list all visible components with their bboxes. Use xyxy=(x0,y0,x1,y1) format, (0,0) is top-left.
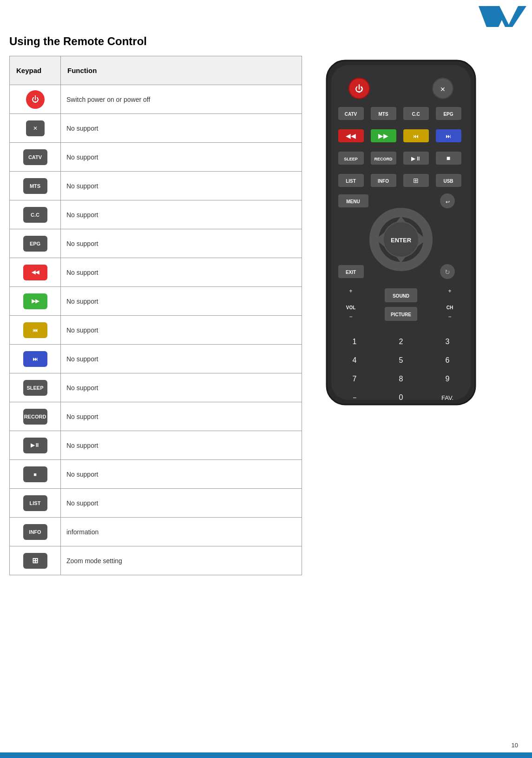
table-row: CATV No support xyxy=(10,143,302,172)
function-cell-catv: No support xyxy=(61,143,302,172)
svg-text:+: + xyxy=(349,288,352,294)
svg-text:▶▶: ▶▶ xyxy=(378,132,388,140)
svg-text:↻: ↻ xyxy=(445,268,450,276)
function-cell-power: Switch power on or power off xyxy=(61,85,302,114)
table-row: ◀◀ No support xyxy=(10,258,302,287)
function-cell-list: No support xyxy=(61,489,302,518)
svg-text:9: 9 xyxy=(445,375,449,383)
table-row: C.C No support xyxy=(10,200,302,229)
svg-text:4: 4 xyxy=(352,356,356,364)
function-cell-ff: No support xyxy=(61,287,302,316)
svg-text:PICTURE: PICTURE xyxy=(391,312,411,317)
table-row: LIST No support xyxy=(10,489,302,518)
stop-button-icon: ■ xyxy=(23,466,47,482)
svg-text:SLEEP: SLEEP xyxy=(344,157,358,161)
function-cell-prev: No support xyxy=(61,316,302,345)
svg-text:−: − xyxy=(349,313,352,320)
cc-button-icon: C.C xyxy=(23,207,47,223)
svg-text:⏻: ⏻ xyxy=(355,84,363,93)
function-cell-epg: No support xyxy=(61,229,302,258)
col-header-keypad: Keypad xyxy=(10,56,61,85)
svg-text:ENTER: ENTER xyxy=(390,237,411,244)
key-cell-mts: MTS xyxy=(10,172,61,200)
footer-bar xyxy=(0,752,532,758)
key-cell-prev: ⏮ xyxy=(10,316,61,345)
svg-text:RECORD: RECORD xyxy=(374,157,393,161)
svg-text:8: 8 xyxy=(399,375,403,383)
info-button-icon: INFO xyxy=(23,524,47,540)
function-cell-zoom: Zoom mode setting xyxy=(61,546,302,575)
svg-text:USB: USB xyxy=(443,179,453,184)
header-logo: we connect xyxy=(471,0,532,33)
main-content: Keypad Function ⏻ Switch power on or pow… xyxy=(9,56,523,575)
col-header-function: Function xyxy=(61,56,302,85)
record-button-icon: RECORD xyxy=(23,409,47,425)
svg-text:EPG: EPG xyxy=(443,112,453,117)
svg-text:2: 2 xyxy=(399,338,403,346)
function-cell-rew: No support xyxy=(61,258,302,287)
svg-text:CATV: CATV xyxy=(344,112,357,117)
key-cell-info: INFO xyxy=(10,518,61,546)
svg-text:−: − xyxy=(448,313,451,320)
table-row: INFO information xyxy=(10,518,302,546)
svg-text:✕: ✕ xyxy=(440,86,446,93)
mute-symbol: ✕ xyxy=(33,125,38,132)
function-cell-mute: No support xyxy=(61,114,302,143)
key-cell-zoom: ⊞ xyxy=(10,546,61,575)
svg-text:MTS: MTS xyxy=(378,112,388,117)
rewind-button-icon: ◀◀ xyxy=(23,265,47,280)
key-cell-epg: EPG xyxy=(10,229,61,258)
svg-text:6: 6 xyxy=(445,356,449,364)
svg-text:⊞: ⊞ xyxy=(413,177,419,184)
key-cell-record: RECORD xyxy=(10,402,61,431)
remote-control-svg: ⏻ ✕ CATV MTS C.C EPG ◀◀ ▶▶ xyxy=(317,56,485,409)
svg-text:VOL: VOL xyxy=(346,305,355,310)
power-button-icon: ⏻ xyxy=(26,90,45,109)
function-cell-cc: No support xyxy=(61,200,302,229)
remote-control-table: Keypad Function ⏻ Switch power on or pow… xyxy=(9,56,302,575)
table-row: ✕ No support xyxy=(10,114,302,143)
svg-text:+: + xyxy=(448,288,451,294)
svg-text:⏮: ⏮ xyxy=(413,133,419,140)
function-cell-info: information xyxy=(61,518,302,546)
catv-button-icon: CATV xyxy=(23,149,47,165)
svg-text:INFO: INFO xyxy=(378,179,389,184)
key-cell-catv: CATV xyxy=(10,143,61,172)
next-button-icon: ⏭ xyxy=(23,351,47,367)
key-cell-list: LIST xyxy=(10,489,61,518)
mute-button-icon: ✕ xyxy=(26,120,45,136)
svg-text:◀◀: ◀◀ xyxy=(346,132,356,140)
svg-text:▶⏸: ▶⏸ xyxy=(411,155,420,162)
function-cell-mts: No support xyxy=(61,172,302,200)
key-cell-next: ⏭ xyxy=(10,345,61,373)
svg-text:EXIT: EXIT xyxy=(345,270,355,275)
zoom-button-icon: ⊞ xyxy=(23,553,47,569)
svg-text:−: − xyxy=(352,394,356,401)
function-cell-sleep: No support xyxy=(61,373,302,402)
table-row: ▶▶ No support xyxy=(10,287,302,316)
svg-text:5: 5 xyxy=(399,356,403,364)
prev-button-icon: ⏮ xyxy=(23,322,47,338)
svg-text:FAV.: FAV. xyxy=(441,394,453,401)
table-row: ⊞ Zoom mode setting xyxy=(10,546,302,575)
table-row: ▶⏸ No support xyxy=(10,431,302,460)
page-title: Using the Remote Control xyxy=(9,35,147,48)
table-row: MTS No support xyxy=(10,172,302,200)
table-row: RECORD No support xyxy=(10,402,302,431)
key-cell-stop: ■ xyxy=(10,460,61,489)
svg-text:LIST: LIST xyxy=(346,179,356,184)
svg-text:7: 7 xyxy=(352,375,356,383)
svg-text:■: ■ xyxy=(446,154,450,162)
svg-text:↩: ↩ xyxy=(445,199,449,205)
function-cell-stop: No support xyxy=(61,460,302,489)
table-row: SLEEP No support xyxy=(10,373,302,402)
playpause-button-icon: ▶⏸ xyxy=(23,438,47,453)
table-row: ■ No support xyxy=(10,460,302,489)
function-cell-record: No support xyxy=(61,402,302,431)
svg-text:1: 1 xyxy=(352,338,356,346)
table-row: EPG No support xyxy=(10,229,302,258)
mts-button-icon: MTS xyxy=(23,178,47,194)
epg-button-icon: EPG xyxy=(23,236,47,252)
function-cell-next: No support xyxy=(61,345,302,373)
svg-text:0: 0 xyxy=(399,393,403,401)
